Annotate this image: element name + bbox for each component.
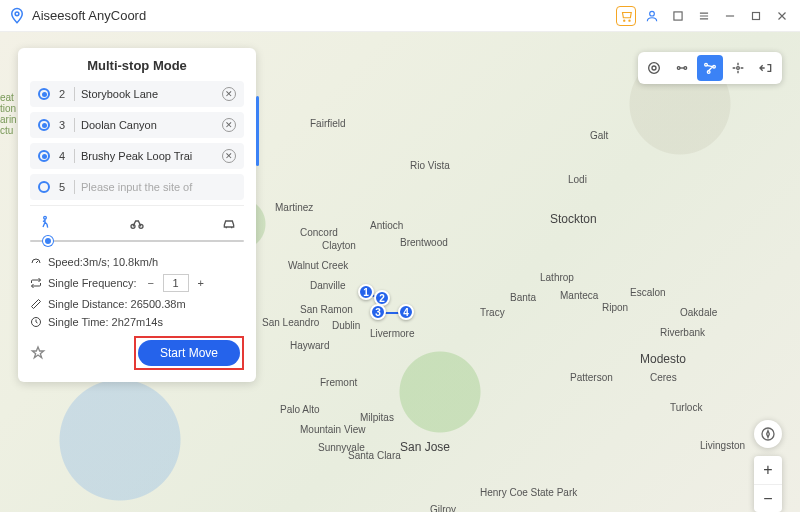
speed-label: Speed:3m/s; 10.8km/h — [48, 256, 158, 268]
map-place-label: Turlock — [670, 402, 702, 413]
speed-row: Speed:3m/s; 10.8km/h — [30, 256, 244, 268]
svg-point-2 — [629, 20, 630, 21]
zoom-in-button[interactable]: + — [754, 456, 782, 484]
map-place-label: Tracy — [480, 307, 505, 318]
stop-row[interactable]: 2Storybook Lane✕ — [30, 81, 244, 107]
content-area: eat tion arin ctu FairfieldRio VistaMart… — [0, 32, 800, 512]
svg-point-1 — [624, 20, 625, 21]
map-place-label: Danville — [310, 280, 346, 291]
zoom-control: + − — [754, 456, 782, 512]
favorite-icon[interactable] — [30, 345, 46, 361]
time-label: Single Time: 2h27m14s — [48, 316, 163, 328]
start-move-button[interactable]: Start Move — [138, 340, 240, 366]
frequency-value[interactable]: 1 — [163, 274, 189, 292]
map-place-label: San Leandro — [262, 317, 319, 328]
svg-point-3 — [650, 11, 655, 16]
window-icon[interactable] — [668, 6, 688, 26]
clear-stop-icon[interactable]: ✕ — [222, 149, 236, 163]
maximize-icon[interactable] — [746, 6, 766, 26]
travel-mode-row — [30, 205, 244, 232]
frequency-label: Single Frequency: — [48, 277, 137, 289]
map-mode-toolbar — [638, 52, 782, 84]
clear-stop-icon[interactable]: ✕ — [222, 87, 236, 101]
stop-radio-icon — [38, 181, 50, 193]
map-place-label: Clayton — [322, 240, 356, 251]
cart-icon[interactable] — [616, 6, 636, 26]
map-place-label: Manteca — [560, 290, 598, 301]
map-place-label: Mountain View — [300, 424, 365, 435]
map-place-label: Lodi — [568, 174, 587, 185]
stop-row[interactable]: 4Brushy Peak Loop Trai✕ — [30, 143, 244, 169]
edge-text: eat tion arin ctu — [0, 92, 17, 136]
start-move-highlight: Start Move — [134, 336, 244, 370]
map-place-label: Ripon — [602, 302, 628, 313]
waypoint-marker[interactable]: 3 — [370, 304, 386, 320]
compass-icon[interactable] — [754, 420, 782, 448]
stop-number: 4 — [56, 150, 68, 162]
distance-row: Single Distance: 26500.38m — [30, 298, 244, 310]
stop-number: 3 — [56, 119, 68, 131]
waypoint-marker[interactable]: 1 — [358, 284, 374, 300]
stop-label[interactable]: Please input the site of — [81, 181, 236, 193]
map-place-label: Martinez — [275, 202, 313, 213]
map-place-label: Riverbank — [660, 327, 705, 338]
stop-label[interactable]: Doolan Canyon — [81, 119, 216, 131]
svg-point-0 — [15, 11, 19, 15]
titlebar: Aiseesoft AnyCoord — [0, 0, 800, 32]
user-icon[interactable] — [642, 6, 662, 26]
stop-number: 2 — [56, 88, 68, 100]
map-place-label: Escalon — [630, 287, 666, 298]
menu-icon[interactable] — [694, 6, 714, 26]
distance-label: Single Distance: 26500.38m — [48, 298, 186, 310]
teleport-mode-icon[interactable] — [641, 55, 667, 81]
svg-point-8 — [677, 67, 680, 70]
frequency-increment[interactable]: + — [193, 275, 209, 291]
map-place-label: Oakdale — [680, 307, 717, 318]
map-place-label: Antioch — [370, 220, 403, 231]
joystick-mode-icon[interactable] — [725, 55, 751, 81]
map-place-label: San Ramon — [300, 304, 353, 315]
map-place-label: Rio Vista — [410, 160, 450, 171]
multi-stop-mode-icon[interactable] — [697, 55, 723, 81]
map-place-label: Concord — [300, 227, 338, 238]
waypoint-marker[interactable]: 4 — [398, 304, 414, 320]
map-place-label: Fremont — [320, 377, 357, 388]
map-place-label: Livermore — [370, 328, 414, 339]
frequency-decrement[interactable]: − — [143, 275, 159, 291]
map-place-label: Henry Coe State Park — [480, 487, 577, 498]
map-place-label: Livingston — [700, 440, 745, 451]
gauge-icon — [30, 256, 42, 268]
two-spot-mode-icon[interactable] — [669, 55, 695, 81]
bike-mode-icon[interactable] — [128, 214, 146, 232]
stop-label[interactable]: Brushy Peak Loop Trai — [81, 150, 216, 162]
exit-mode-icon[interactable] — [753, 55, 779, 81]
stop-number: 5 — [56, 181, 68, 193]
map-place-label: Fairfield — [310, 118, 346, 129]
map-place-label: Stockton — [550, 212, 597, 226]
close-icon[interactable] — [772, 6, 792, 26]
map-place-label: Milpitas — [360, 412, 394, 423]
stop-row[interactable]: 5Please input the site of — [30, 174, 244, 200]
app-logo-icon — [8, 7, 26, 25]
stop-label[interactable]: Storybook Lane — [81, 88, 216, 100]
svg-rect-4 — [674, 11, 682, 19]
clear-stop-icon[interactable]: ✕ — [222, 118, 236, 132]
stop-radio-icon — [38, 119, 50, 131]
svg-point-9 — [684, 67, 687, 70]
map-place-label: Ceres — [650, 372, 677, 383]
svg-point-7 — [649, 63, 660, 74]
clock-icon — [30, 316, 42, 328]
car-mode-icon[interactable] — [220, 214, 238, 232]
svg-point-15 — [44, 216, 47, 219]
panel-title: Multi-stop Mode — [30, 58, 244, 73]
walk-mode-icon[interactable] — [36, 214, 54, 232]
zoom-out-button[interactable]: − — [754, 484, 782, 512]
ruler-icon — [30, 298, 42, 310]
speed-slider[interactable] — [30, 234, 244, 248]
svg-point-6 — [652, 66, 656, 70]
side-panel: Multi-stop Mode 2Storybook Lane✕3Doolan … — [18, 48, 256, 382]
stop-row[interactable]: 3Doolan Canyon✕ — [30, 112, 244, 138]
map-place-label: Banta — [510, 292, 536, 303]
minimize-icon[interactable] — [720, 6, 740, 26]
map-place-label: Modesto — [640, 352, 686, 366]
